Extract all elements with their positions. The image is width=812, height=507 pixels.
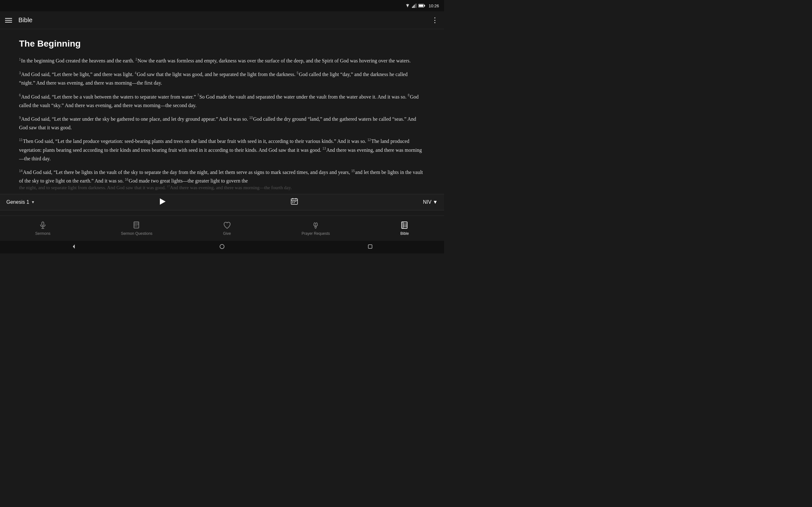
home-button[interactable] bbox=[219, 243, 225, 251]
prayer-requests-label: Prayer Requests bbox=[302, 231, 330, 236]
verse-num-2: 2 bbox=[136, 58, 137, 61]
sermon-questions-label: Sermon Questions bbox=[121, 231, 152, 236]
svg-rect-4 bbox=[416, 3, 416, 8]
verse-block-4: 9And God said, “Let the water under the … bbox=[19, 115, 425, 132]
verse-num-10: 10 bbox=[249, 116, 253, 119]
svg-point-31 bbox=[220, 244, 224, 248]
svg-rect-6 bbox=[424, 5, 425, 7]
play-triangle-icon bbox=[160, 199, 165, 205]
bible-label: Bible bbox=[400, 231, 409, 236]
battery-icon bbox=[418, 4, 425, 8]
verse-num-12: 12 bbox=[367, 138, 371, 142]
verse-continuation: the night, and to separate light from da… bbox=[19, 184, 425, 193]
svg-rect-7 bbox=[419, 5, 423, 7]
verse-num-15: 15 bbox=[351, 169, 355, 173]
svg-rect-16 bbox=[294, 203, 295, 203]
signal-icon bbox=[412, 3, 416, 8]
hamburger-menu-button[interactable] bbox=[5, 18, 12, 22]
home-circle-icon bbox=[219, 243, 225, 250]
heart-icon bbox=[223, 221, 231, 229]
nav-item-sermons[interactable]: Sermons bbox=[29, 219, 57, 238]
svg-rect-14 bbox=[295, 201, 296, 202]
wifi-icon bbox=[405, 3, 410, 8]
verse-num-1: 1 bbox=[19, 58, 21, 61]
prayer-icon bbox=[311, 221, 320, 229]
verse-num-11: 11 bbox=[19, 138, 22, 142]
give-label: Give bbox=[223, 231, 231, 236]
svg-rect-17 bbox=[42, 222, 44, 226]
nav-item-sermon-questions[interactable]: Sermon Questions bbox=[114, 219, 159, 238]
verse-block-3: 6And God said, “Let there be a vault bet… bbox=[19, 93, 425, 110]
microphone-icon bbox=[39, 221, 47, 229]
verse-block-6: 14And God said, “Let there be lights in … bbox=[19, 168, 425, 185]
nav-item-prayer-requests[interactable]: Prayer Requests bbox=[295, 219, 336, 238]
app-title: Bible bbox=[18, 16, 432, 24]
calendar-button[interactable] bbox=[291, 198, 298, 207]
bible-icon bbox=[401, 221, 409, 229]
version-chevron-icon: ▼ bbox=[433, 199, 438, 205]
svg-rect-12 bbox=[292, 201, 293, 202]
verse-num-14: 14 bbox=[19, 169, 22, 173]
app-bar: Bible ⋮ bbox=[0, 11, 444, 29]
more-options-button[interactable]: ⋮ bbox=[432, 16, 439, 24]
svg-rect-0 bbox=[412, 7, 413, 8]
chapter-heading: The Beginning bbox=[19, 39, 425, 49]
verse-num-3: 3 bbox=[19, 71, 21, 75]
svg-rect-13 bbox=[294, 201, 295, 202]
status-icons: 10:26 bbox=[405, 3, 439, 8]
nav-item-bible[interactable]: Bible bbox=[394, 219, 415, 238]
back-button[interactable] bbox=[71, 243, 77, 251]
verse-num-16: 16 bbox=[125, 178, 129, 181]
status-time: 10:26 bbox=[428, 3, 439, 8]
svg-marker-30 bbox=[73, 244, 75, 248]
chapter-chevron-icon: ▼ bbox=[31, 200, 35, 205]
svg-rect-32 bbox=[368, 245, 372, 248]
verse-num-13: 13 bbox=[322, 147, 326, 150]
sermons-label: Sermons bbox=[35, 231, 50, 236]
verse-num-5: 5 bbox=[297, 71, 299, 75]
verse-block-2: 3And God said, “Let there be light,” and… bbox=[19, 70, 425, 87]
bible-content: The Beginning 1In the beginning God crea… bbox=[0, 29, 444, 198]
status-bar: 10:26 bbox=[0, 0, 444, 11]
verse-num-4: 4 bbox=[135, 71, 137, 75]
chapter-selector[interactable]: Genesis 1 ▼ bbox=[6, 199, 35, 205]
verse-num-7: 7 bbox=[197, 94, 199, 97]
svg-rect-20 bbox=[134, 222, 139, 228]
verse-block-1: 1In the beginning God created the heaven… bbox=[19, 56, 425, 65]
system-nav bbox=[0, 241, 444, 253]
verse-num-6: 6 bbox=[19, 94, 21, 97]
svg-rect-3 bbox=[415, 4, 415, 8]
version-selector[interactable]: NIV ▼ bbox=[423, 199, 438, 205]
svg-rect-1 bbox=[413, 6, 414, 8]
back-arrow-icon bbox=[71, 243, 77, 250]
bottom-nav: Sermons Sermon Questions Give Prayer Req… bbox=[0, 216, 444, 241]
chapter-label: Genesis 1 bbox=[6, 199, 29, 205]
playback-bar: Genesis 1 ▼ NIV ▼ bbox=[0, 194, 444, 210]
calendar-icon bbox=[291, 198, 298, 205]
nav-item-give[interactable]: Give bbox=[217, 219, 238, 238]
recents-square-icon bbox=[367, 243, 373, 250]
book-icon bbox=[133, 221, 141, 229]
svg-rect-2 bbox=[414, 5, 415, 8]
play-button[interactable] bbox=[160, 199, 165, 206]
version-label: NIV bbox=[423, 199, 432, 205]
verse-num-9: 9 bbox=[19, 116, 21, 119]
verse-num-8: 8 bbox=[408, 94, 410, 97]
svg-rect-15 bbox=[292, 203, 293, 203]
recents-button[interactable] bbox=[367, 243, 373, 251]
verse-block-5: 11Then God said, “Let the land produce v… bbox=[19, 137, 425, 163]
